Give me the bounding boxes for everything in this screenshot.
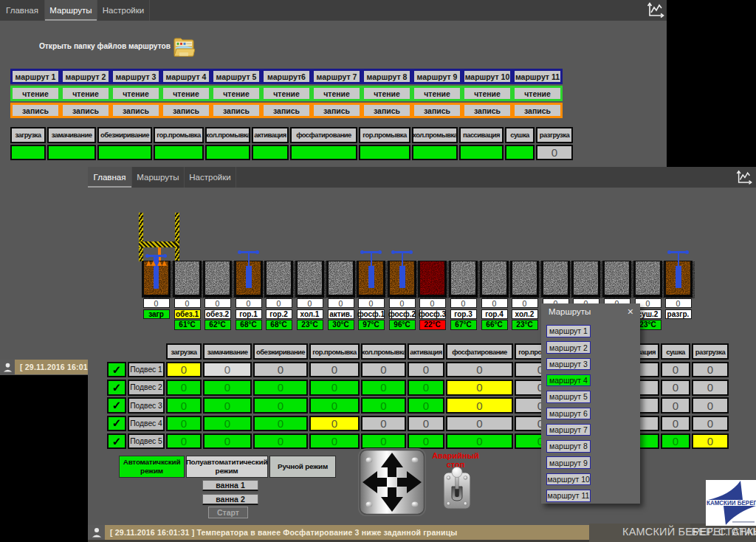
column-header: активация [408,343,444,360]
process-cell: 0 [253,416,308,432]
mode-button-3[interactable]: Ручной режим [269,456,336,478]
read-button-9[interactable]: чтение [412,86,462,101]
write-button-4[interactable]: запись [161,103,211,118]
column-header: сушка [661,343,690,360]
tab-маршруты[interactable]: Маршруты [45,0,97,21]
popup-route-item-8[interactable]: маршрут 8 [546,440,591,453]
popup-route-item-10[interactable]: маршрут 10 [546,473,591,486]
route-button-9[interactable]: маршрут 9 [412,69,462,84]
process-cell: 0 [309,433,360,450]
tank-temperature: 23°C [512,320,538,330]
write-button-6[interactable]: запись [261,103,312,118]
process-cell: 0 [361,397,406,414]
tab-маршруты[interactable]: Маршруты [132,167,185,188]
write-button-2[interactable]: запись [61,103,111,118]
rack-enabled-checkbox[interactable]: ✓ [107,433,126,450]
start-button[interactable]: Старт [208,507,248,518]
stage-cell [412,145,458,160]
close-icon[interactable]: × [628,306,633,318]
stage-cell [47,145,96,160]
user-icon [88,525,105,540]
rack-enabled-checkbox[interactable]: ✓ [107,397,126,414]
process-cell: 0 [203,362,252,378]
write-button-11[interactable]: запись [512,103,563,118]
route-button-8[interactable]: маршрут 8 [362,69,412,84]
bath-button-1[interactable]: ванна 1 [202,480,258,491]
trend-chart-icon[interactable] [735,169,754,186]
tank-value: 0 [665,298,692,308]
popup-route-item-7[interactable]: маршрут 7 [546,424,591,436]
hoist-line [248,253,250,267]
popup-route-item-5[interactable]: маршрут 5 [546,391,591,403]
user-icon [0,360,15,374]
popup-route-item-4[interactable]: маршрут 4 [546,374,591,387]
rack-enabled-checkbox[interactable]: ✓ [107,380,126,396]
column-header: разгрузка [692,343,729,360]
popup-route-item-1[interactable]: маршрут 1 [546,325,591,337]
route-button-2[interactable]: маршрут 2 [61,69,111,84]
route-button-11[interactable]: маршрут 11 [512,69,563,84]
column-header: гор.промывка [359,127,410,143]
write-button-9[interactable]: запись [412,103,462,118]
write-button-10[interactable]: запись [462,103,512,118]
tank-texture [543,261,572,298]
folder-icon[interactable] [173,35,195,58]
route-button-3[interactable]: маршрут 3 [111,69,161,84]
process-cell: 0 [166,416,202,432]
route-button-7[interactable]: маршрут 7 [312,69,362,84]
write-button-5[interactable]: запись [211,103,261,118]
process-cell: 0 [446,433,513,450]
popup-route-item-3[interactable]: маршрут 3 [546,358,591,371]
tank-temperature: 96°C [389,320,416,330]
read-button-11[interactable]: чтение [512,86,563,101]
route-button-1[interactable]: маршрут 1 [10,69,61,84]
hoist-line [678,253,679,267]
write-button-8[interactable]: запись [362,103,412,118]
mode-button-1[interactable]: Автоматичкский режим [119,456,185,478]
mode-button-2[interactable]: Полуавтоматитический режим [186,456,268,478]
bath-button-2[interactable]: ванна 2 [202,494,258,505]
process-cell: 0 [408,362,444,378]
column-header: активация [252,127,289,143]
popup-route-item-9[interactable]: маршрут 9 [546,456,591,469]
read-button-2[interactable]: чтение [61,86,111,101]
popup-route-item-2[interactable]: маршрут 2 [546,341,591,354]
trend-chart-icon[interactable] [646,1,666,19]
read-button-10[interactable]: чтение [462,86,512,101]
rack-bar [368,266,374,288]
column-header: обезжиривание [97,127,152,143]
write-button-3[interactable]: запись [111,103,161,118]
process-cell: 0 [446,362,513,378]
rack-enabled-checkbox[interactable]: ✓ [107,362,126,378]
tank-texture [329,261,357,298]
read-button-7[interactable]: чтение [312,86,362,101]
arrow-pad-icon[interactable] [357,447,427,517]
route-button-6[interactable]: маршрут6 [261,69,312,84]
tank-name: фосф.3 [419,309,446,319]
popup-route-item-6[interactable]: маршрут 6 [546,408,591,420]
rack-enabled-checkbox[interactable]: ✓ [107,416,126,432]
tank-value: 0 [389,298,416,308]
tank-value: 0 [419,298,446,308]
write-button-7[interactable]: запись [312,103,362,118]
read-button-8[interactable]: чтение [362,86,412,101]
route-button-5[interactable]: маршрут 5 [211,69,261,84]
toggle-switch-icon[interactable] [443,467,471,510]
route-button-4[interactable]: маршрут 4 [161,69,211,84]
process-cell: 0 [253,433,308,450]
tab-главная[interactable]: Главная [88,167,132,188]
write-button-1[interactable]: запись [10,103,61,118]
tank-value: 0 [512,298,538,308]
read-button-5[interactable]: чтение [211,86,261,101]
read-button-3[interactable]: чтение [111,86,161,101]
route-button-10[interactable]: маршрут 10 [462,69,512,84]
crane-left-column [139,213,143,261]
read-button-6[interactable]: чтение [261,86,312,101]
read-button-4[interactable]: чтение [161,86,211,101]
tab-настройки[interactable]: Настройки [97,0,150,21]
popup-route-item-11[interactable]: маршрут 11 [546,490,591,502]
tab-главная[interactable]: Главная [0,0,45,21]
process-cell: 0 [661,362,690,378]
read-button-1[interactable]: чтение [10,86,61,101]
tab-настройки[interactable]: Настройки [185,167,236,188]
